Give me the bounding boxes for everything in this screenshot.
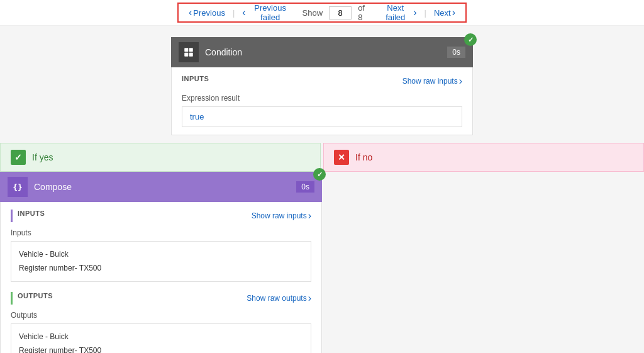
compose-outputs-header: OUTPUTS Show raw outputs ›: [11, 292, 311, 305]
nav-separator-2: |: [425, 8, 426, 18]
show-raw-inputs-compose-chevron: ›: [308, 210, 311, 221]
svg-rect-1: [189, 48, 193, 52]
compose-outputs-data-label: Outputs: [11, 311, 311, 320]
condition-success-badge: ✓: [464, 33, 477, 46]
condition-title: Condition: [205, 47, 447, 57]
compose-inputs-data-label: Inputs: [11, 228, 311, 237]
condition-body: INPUTS Show raw inputs › Expression resu…: [171, 67, 473, 135]
previous-button[interactable]: Previous: [186, 6, 228, 20]
navigation-bar: Previous | Previous failed Show of 8 Nex…: [177, 3, 467, 23]
compose-inputs-header: INPUTS Show raw inputs ›: [11, 210, 311, 222]
compose-inputs-label: INPUTS: [18, 210, 45, 217]
if-yes-label: If yes: [32, 152, 53, 162]
if-yes-branch: ✓ If yes: [0, 143, 321, 172]
compose-outputs-line1: Vehicle - Buick: [19, 330, 303, 344]
compose-outputs-line2: Register number- TX500: [19, 344, 303, 353]
compose-title: Compose: [34, 182, 296, 192]
compose-outputs-label: OUTPUTS: [18, 292, 53, 300]
compose-outputs-section: OUTPUTS Show raw outputs › Outputs Vehic…: [11, 292, 311, 353]
condition-header: Condition 0s ✓: [171, 37, 473, 67]
compose-time: 0s: [296, 181, 314, 193]
condition-block: Condition 0s ✓ INPUTS Show raw inputs › …: [171, 37, 473, 135]
chevron-right-icon-2: [452, 7, 455, 18]
if-no-label: If no: [355, 152, 372, 162]
page-wrapper: Condition 0s ✓ INPUTS Show raw inputs › …: [0, 32, 644, 353]
chevron-right-icon-1: [413, 7, 416, 18]
next-failed-button[interactable]: Next failed: [376, 2, 419, 23]
show-label: Show: [303, 8, 323, 18]
compose-header: {} Compose 0s ✓: [0, 172, 322, 202]
show-input[interactable]: [329, 6, 352, 20]
compose-inputs-section: INPUTS Show raw inputs › Inputs Vehicle …: [11, 210, 311, 282]
show-raw-outputs-chevron: ›: [308, 293, 311, 304]
compose-block: {} Compose 0s ✓ INPUTS Show raw inputs ›…: [0, 172, 322, 353]
compose-inputs-line2: Register number- TX500: [19, 262, 303, 276]
condition-time: 0s: [447, 47, 465, 58]
compose-inputs-line1: Vehicle - Buick: [19, 248, 303, 262]
expression-result-label: Expression result: [182, 94, 462, 103]
show-raw-inputs-compose-text: Show raw inputs: [252, 211, 307, 220]
of-label: of 8: [358, 3, 370, 22]
condition-inputs-label: INPUTS: [182, 75, 209, 82]
svg-rect-2: [184, 53, 188, 57]
show-raw-inputs-link[interactable]: Show raw inputs ›: [402, 76, 462, 87]
compose-body: INPUTS Show raw inputs › Inputs Vehicle …: [0, 202, 322, 353]
nav-separator-1: |: [233, 8, 235, 18]
condition-inputs-header: INPUTS Show raw inputs ›: [182, 75, 462, 87]
compose-success-badge: ✓: [313, 168, 326, 181]
next-label: Next: [434, 8, 451, 18]
show-raw-inputs-text: Show raw inputs: [402, 77, 458, 86]
if-no-icon: ✕: [334, 150, 349, 165]
show-raw-inputs-compose-link[interactable]: Show raw inputs ›: [252, 210, 311, 221]
branches-row: ✓ If yes ✕ If no: [0, 143, 644, 172]
next-failed-label: Next failed: [379, 3, 412, 22]
condition-icon: [179, 42, 199, 62]
svg-rect-0: [184, 48, 188, 52]
if-no-branch: ✕ If no: [323, 143, 644, 172]
compose-icon-symbol: {}: [13, 182, 23, 192]
previous-label: Previous: [193, 8, 225, 18]
expression-value: true: [190, 112, 204, 121]
compose-outputs-data-box: Vehicle - Buick Register number- TX500: [11, 323, 311, 353]
previous-failed-button[interactable]: Previous failed: [240, 2, 296, 23]
svg-rect-3: [189, 53, 193, 57]
next-button[interactable]: Next: [431, 6, 458, 20]
show-raw-outputs-text: Show raw outputs: [247, 294, 306, 303]
show-raw-chevron: ›: [459, 76, 462, 87]
chevron-left-icon-2: [242, 7, 245, 18]
previous-failed-label: Previous failed: [247, 3, 294, 22]
show-raw-outputs-link[interactable]: Show raw outputs ›: [247, 293, 311, 304]
compose-inputs-data-box: Vehicle - Buick Register number- TX500: [11, 241, 311, 282]
compose-icon: {}: [8, 177, 28, 197]
chevron-left-icon: [189, 7, 192, 18]
if-yes-icon: ✓: [11, 150, 26, 165]
expression-value-box: true: [182, 106, 462, 127]
